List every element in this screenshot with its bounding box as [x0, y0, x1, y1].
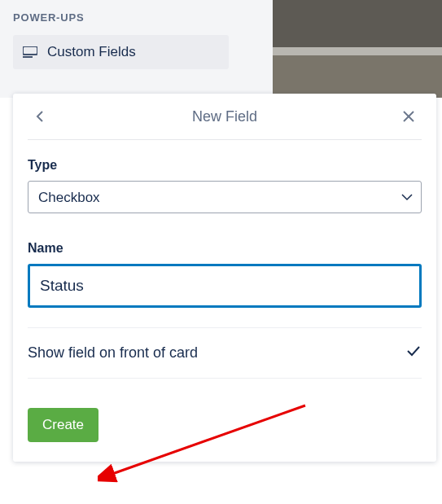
new-field-popover: New Field Type Checkbox Name Show field … — [13, 94, 436, 462]
type-select-wrap: Checkbox — [28, 181, 422, 213]
svg-rect-0 — [23, 46, 37, 55]
close-button[interactable] — [396, 103, 422, 129]
create-button[interactable]: Create — [28, 408, 98, 442]
type-label: Type — [28, 158, 422, 173]
popover-title: New Field — [54, 108, 396, 125]
back-button[interactable] — [28, 103, 54, 129]
popover-header: New Field — [28, 94, 422, 139]
show-on-front-label: Show field on front of card — [28, 344, 198, 362]
background-image-bot — [273, 55, 442, 98]
divider — [28, 139, 422, 140]
name-label: Name — [28, 241, 422, 256]
custom-fields-row[interactable]: Custom Fields — [13, 35, 229, 69]
create-button-label: Create — [42, 417, 84, 433]
background-image-mid — [273, 47, 442, 55]
type-select[interactable]: Checkbox — [28, 181, 422, 213]
name-input[interactable] — [28, 264, 422, 308]
show-on-front-row[interactable]: Show field on front of card — [28, 328, 422, 379]
powerups-sidebar: POWER-UPS Custom Fields — [0, 0, 273, 98]
background-image-top — [273, 0, 442, 47]
custom-fields-label: Custom Fields — [47, 44, 136, 60]
powerups-header: POWER-UPS — [13, 11, 260, 24]
custom-fields-icon — [23, 46, 37, 58]
check-icon — [405, 343, 422, 363]
